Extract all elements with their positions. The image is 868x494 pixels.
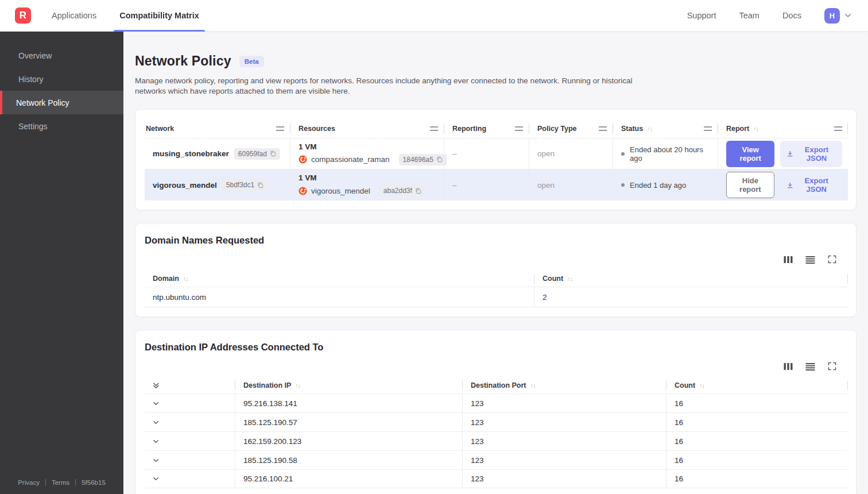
resources-cell: 1 VM vigorous_mendel aba2dd3f [290,169,444,200]
sidebar-item-history[interactable]: History [0,67,123,91]
columns-icon[interactable] [784,256,793,264]
networks-table-header: Network Resources Reporting Policy Type … [145,119,848,138]
copy-icon [270,150,276,157]
column-drag-handle[interactable] [704,126,712,131]
column-header-destination-port: Destination Port ↑↓ [462,381,666,391]
column-drag-handle[interactable] [834,126,842,131]
tab-compatibility-matrix[interactable]: Compatibility Matrix [119,0,199,32]
view-report-button[interactable]: View report [726,141,774,167]
policy-type-cell: open [529,138,613,169]
link-docs[interactable]: Docs [782,11,801,20]
count-cell: 2 [534,287,848,307]
chevron-down-icon[interactable] [152,457,160,464]
page-title: Network Policy [135,53,231,69]
card-title: Destination IP Addresses Connected To [145,342,847,353]
destination-ip-cell: 185.125.190.58 [235,451,462,469]
column-label: Count [542,275,563,283]
column-label: Resources [299,125,335,133]
column-label: Reporting [452,125,486,133]
sort-icon[interactable]: ↑↓ [753,125,758,132]
table-toolbar [145,255,847,264]
table-row: 185.125.190.57 123 16 [145,412,848,431]
hide-report-button[interactable]: Hide report [726,172,774,198]
destination-ip-cell: 185.125.190.57 [235,413,462,431]
count-cell: 16 [666,413,848,431]
networks-table: Network Resources Reporting Policy Type … [145,119,848,200]
vm-id: aba2dd3f [383,187,412,195]
chevron-down-icon[interactable] [152,400,160,407]
vm-count: 1 VM [299,142,317,151]
density-icon[interactable] [805,362,815,370]
link-support[interactable]: Support [687,11,716,20]
terms-link[interactable]: Terms [52,479,69,486]
vm-id-badge[interactable]: aba2dd3f [379,185,425,196]
chevron-down-icon[interactable] [844,11,852,20]
sort-icon[interactable]: ↑↓ [530,382,536,389]
status-text: Ended about 20 hours ago [630,145,712,163]
chevron-down-icon[interactable] [152,419,160,426]
network-cell: vigorous_mendel 5bdf3dc1 [145,169,290,200]
copy-icon [257,182,264,188]
card-title: Domain Names Requested [145,235,847,246]
fullscreen-icon[interactable] [828,255,836,264]
destination-port-cell: 123 [462,432,666,450]
network-id: 60959fad [238,150,267,158]
divider [847,274,848,284]
vm-name: compassionate_raman [311,155,390,164]
network-id-badge[interactable]: 60959fad [234,148,280,160]
export-json-button[interactable]: Export JSON [780,141,842,167]
fullscreen-icon[interactable] [828,362,836,370]
sort-icon[interactable]: ↑↓ [183,275,188,282]
resources-cell: 1 VM compassionate_raman 184696a5 [290,138,444,169]
sort-icon[interactable]: ↑↓ [647,125,652,132]
sort-icon[interactable]: ↑↓ [295,382,300,389]
column-header-count: Count ↑↓ [534,274,848,284]
privacy-link[interactable]: Privacy [18,479,40,486]
status-cell: Ended about 20 hours ago [613,138,718,169]
sort-icon[interactable]: ↑↓ [567,275,572,282]
column-drag-handle[interactable] [276,126,284,131]
sidebar-item-overview[interactable]: Overview [0,44,123,67]
chevron-down-icon[interactable] [152,475,160,483]
sort-icon[interactable]: ↑↓ [699,382,704,389]
tab-applications[interactable]: Applications [52,0,96,32]
destination-ip-cell: 95.216.100.21 [235,470,462,488]
columns-icon[interactable] [784,362,793,370]
table-row: 185.125.190.58 123 16 [145,450,848,469]
chevron-down-icon[interactable] [152,438,160,445]
main-content: Network Policy Beta Manage network polic… [123,32,868,494]
destination-ip-cell: 95.216.138.141 [235,394,462,412]
column-label: Report [726,125,749,133]
sidebar-item-network-policy[interactable]: Network Policy [0,91,123,114]
column-drag-handle[interactable] [430,126,438,131]
destinations-table: Destination IP ↑↓ Destination Port ↑↓ Co… [145,377,848,488]
sidebar-footer: Privacy Terms 5f56b15 [0,474,123,491]
divider [847,124,848,134]
double-chevron-icon[interactable] [152,381,160,389]
density-icon[interactable] [805,256,815,264]
link-team[interactable]: Team [739,11,759,20]
sidebar: Overview History Network Policy Settings… [0,32,123,494]
expand-cell [145,432,235,450]
column-label: Policy Type [537,125,577,133]
network-id-badge[interactable]: 5bdf3dc1 [222,179,268,191]
domain-cell: ntp.ubuntu.com [145,287,534,307]
export-json-button[interactable]: Export JSON [780,172,842,198]
column-header-expand-all [145,381,235,391]
column-drag-handle[interactable] [599,126,607,131]
column-label: Network [146,125,174,133]
app-logo[interactable]: R [15,7,31,24]
vm-id-badge[interactable]: 184696a5 [399,154,447,165]
network-id: 5bdf3dc1 [226,181,254,189]
avatar[interactable]: H [824,8,840,24]
vm-logo-icon [299,187,307,195]
table-toolbar [145,362,847,370]
download-icon [787,182,793,189]
count-cell: 16 [666,432,848,450]
sidebar-item-settings[interactable]: Settings [0,114,123,138]
column-drag-handle[interactable] [515,126,523,131]
vm-id: 184696a5 [403,156,433,164]
network-name: vigorous_mendel [153,181,217,190]
destination-port-cell: 123 [462,470,666,488]
expand-cell [145,413,235,431]
